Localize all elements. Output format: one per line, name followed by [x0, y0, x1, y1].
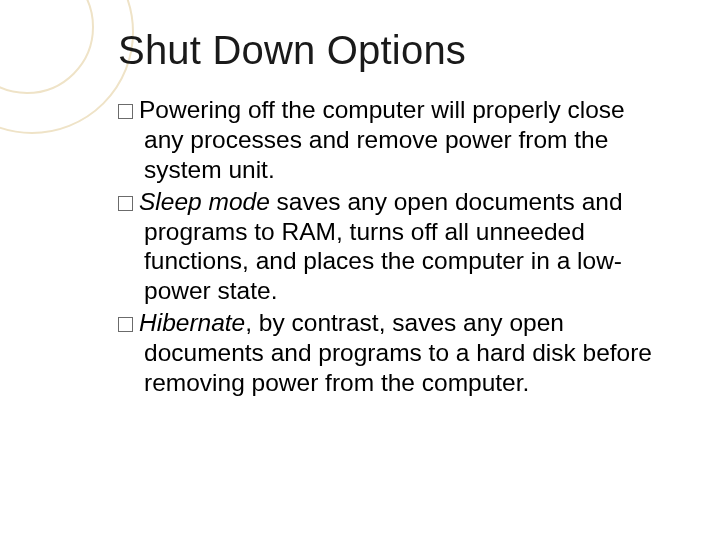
bullet-3: Hibernate, by contrast, saves any open d… [118, 308, 660, 398]
checkbox-icon [118, 317, 133, 332]
slide-title: Shut Down Options [118, 28, 660, 73]
bullet-1: Powering off the computer will properly … [118, 95, 660, 185]
bullet-2: Sleep mode saves any open documents and … [118, 187, 660, 307]
slide-body: Powering off the computer will properly … [118, 95, 660, 398]
bullet-1-lead: Powering [139, 96, 241, 123]
bullet-2-lead: Sleep mode [139, 188, 270, 215]
slide-content: Shut Down Options Powering off the compu… [0, 0, 720, 540]
checkbox-icon [118, 104, 133, 119]
checkbox-icon [118, 196, 133, 211]
bullet-3-lead: Hibernate [139, 309, 245, 336]
